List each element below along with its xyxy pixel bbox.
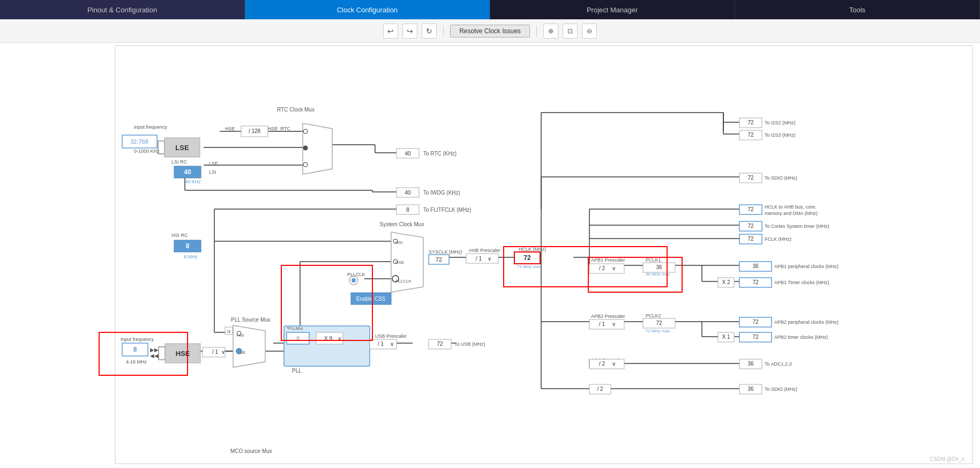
svg-text:36: 36 bbox=[656, 264, 662, 270]
svg-text:∨: ∨ bbox=[612, 265, 616, 271]
svg-text:36: 36 bbox=[747, 386, 754, 392]
svg-text:CSDN @Dir_x: CSDN @Dir_x bbox=[930, 456, 964, 462]
tab-tools-label: Tools bbox=[849, 6, 865, 14]
svg-text:36: 36 bbox=[747, 361, 754, 367]
svg-text:PLL Source Mux: PLL Source Mux bbox=[231, 317, 271, 323]
svg-text:/ 1: / 1 bbox=[476, 256, 482, 262]
svg-point-88 bbox=[303, 146, 308, 150]
back-button[interactable]: ↩ bbox=[383, 24, 398, 39]
toolbar-separator-2 bbox=[536, 26, 537, 36]
toolbar: ↩ ↪ ↻ Resolve Clock Issues ⊕ ⊡ ⊖ bbox=[0, 19, 980, 43]
svg-text:Input frequency: Input frequency bbox=[134, 124, 168, 130]
svg-text:APB2 timer clocks (MHz): APB2 timer clocks (MHz) bbox=[774, 335, 828, 340]
svg-text:X 2: X 2 bbox=[722, 279, 730, 285]
svg-text:HCLK (MHz): HCLK (MHz) bbox=[519, 247, 546, 252]
svg-text:To SDIO (MHz): To SDIO (MHz) bbox=[765, 175, 797, 181]
svg-text:MCO source Mux: MCO source Mux bbox=[230, 448, 272, 454]
svg-text:To I2S2 (MHz): To I2S2 (MHz) bbox=[765, 120, 796, 125]
svg-text:72: 72 bbox=[523, 254, 531, 262]
svg-text:X 1: X 1 bbox=[722, 334, 730, 340]
svg-text:RTC Clock Mux: RTC Clock Mux bbox=[277, 107, 315, 113]
svg-text:LSI RC: LSI RC bbox=[171, 159, 188, 165]
svg-text:To ADC1,2,3: To ADC1,2,3 bbox=[765, 361, 792, 367]
zoom-out-button[interactable]: ⊖ bbox=[582, 24, 597, 39]
svg-text:72: 72 bbox=[752, 319, 759, 325]
svg-text:System Clock Mux: System Clock Mux bbox=[380, 221, 424, 227]
svg-text:36 MHz max: 36 MHz max bbox=[646, 272, 670, 277]
svg-text:To FLITFCLK (MHz): To FLITFCLK (MHz) bbox=[423, 207, 471, 213]
svg-text:/ 2: / 2 bbox=[599, 265, 605, 271]
svg-text:40: 40 bbox=[405, 151, 411, 157]
svg-text:8: 8 bbox=[133, 346, 137, 353]
tab-pinout[interactable]: Pinout & Configuration bbox=[0, 0, 245, 19]
svg-text:72: 72 bbox=[752, 334, 759, 340]
refresh-button[interactable]: ↻ bbox=[422, 24, 437, 39]
svg-text:APB1 Prescaler: APB1 Prescaler bbox=[591, 257, 625, 263]
tab-project[interactable]: Project Manager bbox=[490, 0, 735, 19]
svg-text:LSI: LSI bbox=[209, 169, 216, 175]
fit-button[interactable]: ⊡ bbox=[563, 24, 578, 39]
svg-text:PCLK2: PCLK2 bbox=[646, 313, 661, 318]
svg-text:APB1 Timer clocks (MHz): APB1 Timer clocks (MHz) bbox=[774, 280, 829, 285]
svg-text:LSE: LSE bbox=[209, 161, 218, 166]
svg-text:72: 72 bbox=[747, 132, 754, 138]
tab-pinout-label: Pinout & Configuration bbox=[87, 6, 157, 14]
svg-text:72: 72 bbox=[747, 236, 754, 242]
forward-button[interactable]: ↪ bbox=[402, 24, 417, 39]
svg-text:72: 72 bbox=[656, 320, 662, 326]
svg-text:72: 72 bbox=[747, 206, 754, 212]
svg-text:40 KHz: 40 KHz bbox=[185, 179, 201, 184]
toolbar-separator-1 bbox=[443, 26, 444, 36]
svg-text:LSE: LSE bbox=[175, 144, 189, 152]
svg-text:/ 1: / 1 bbox=[599, 321, 605, 327]
diagram-area: 32.768 Input frequency 0-1000 KHz LSE / … bbox=[0, 43, 980, 468]
svg-text:SYSCLK (MHz): SYSCLK (MHz) bbox=[429, 249, 462, 255]
svg-text:Enable CSS: Enable CSS bbox=[356, 296, 386, 302]
svg-text:72: 72 bbox=[752, 279, 759, 285]
svg-text:8 MHz: 8 MHz bbox=[184, 254, 198, 259]
svg-text:HSI RC: HSI RC bbox=[171, 233, 188, 238]
svg-text:∨: ∨ bbox=[488, 256, 491, 262]
nav-tabs: Pinout & Configuration Clock Configurati… bbox=[0, 0, 980, 19]
svg-text:▶▶: ▶▶ bbox=[150, 347, 159, 353]
svg-text:PCLK1: PCLK1 bbox=[646, 257, 661, 263]
svg-text:32.768: 32.768 bbox=[130, 138, 148, 145]
svg-rect-155 bbox=[589, 359, 624, 369]
svg-text:8: 8 bbox=[186, 242, 190, 250]
svg-text:To RTC (KHz): To RTC (KHz) bbox=[423, 151, 457, 157]
svg-text:/ 128: / 128 bbox=[249, 128, 261, 134]
tab-clock[interactable]: Clock Configuration bbox=[245, 0, 490, 19]
svg-text:72: 72 bbox=[747, 120, 754, 125]
svg-text:To USB (MHz): To USB (MHz) bbox=[454, 341, 485, 347]
svg-text:APB2 peripheral clocks (MHz): APB2 peripheral clocks (MHz) bbox=[774, 320, 839, 325]
svg-text:To I2S3 (MHz): To I2S3 (MHz) bbox=[765, 132, 796, 138]
svg-text:HSE: HSE bbox=[225, 126, 235, 131]
svg-text:HSE_RTC: HSE_RTC bbox=[268, 126, 290, 131]
tab-clock-label: Clock Configuration bbox=[337, 6, 398, 14]
svg-text:AHB Prescaler: AHB Prescaler bbox=[469, 248, 500, 253]
svg-text:PLL: PLL bbox=[292, 368, 302, 374]
svg-text:Input frequency: Input frequency bbox=[121, 337, 154, 342]
resolve-clock-issues-button[interactable]: Resolve Clock Issues bbox=[450, 25, 530, 38]
svg-text:72: 72 bbox=[437, 341, 443, 347]
tab-tools[interactable]: Tools bbox=[735, 0, 980, 19]
svg-text:40: 40 bbox=[405, 190, 411, 196]
svg-text:40: 40 bbox=[184, 168, 191, 176]
svg-text:/ 1: / 1 bbox=[212, 349, 219, 355]
svg-text:∨: ∨ bbox=[612, 361, 616, 367]
svg-text:To IWDG (KHz): To IWDG (KHz) bbox=[423, 190, 460, 196]
svg-text:36: 36 bbox=[752, 263, 759, 269]
svg-text:APB2 Prescaler: APB2 Prescaler bbox=[591, 314, 625, 319]
svg-text:USB Prescaler: USB Prescaler bbox=[375, 333, 407, 339]
svg-text:∨: ∨ bbox=[612, 321, 616, 327]
svg-text:HSE: HSE bbox=[395, 260, 404, 265]
svg-text:72: 72 bbox=[747, 175, 754, 181]
svg-text:To SDIO (MHz): To SDIO (MHz) bbox=[765, 387, 797, 392]
svg-text:◀◀: ◀◀ bbox=[150, 353, 159, 359]
svg-text:72: 72 bbox=[747, 223, 754, 229]
svg-text:*PLLMul: *PLLMul bbox=[287, 326, 303, 331]
zoom-in-button[interactable]: ⊕ bbox=[543, 24, 558, 39]
svg-text:∨: ∨ bbox=[390, 341, 394, 347]
svg-text:∨: ∨ bbox=[221, 349, 225, 355]
svg-text:72 MHz max: 72 MHz max bbox=[517, 264, 541, 269]
